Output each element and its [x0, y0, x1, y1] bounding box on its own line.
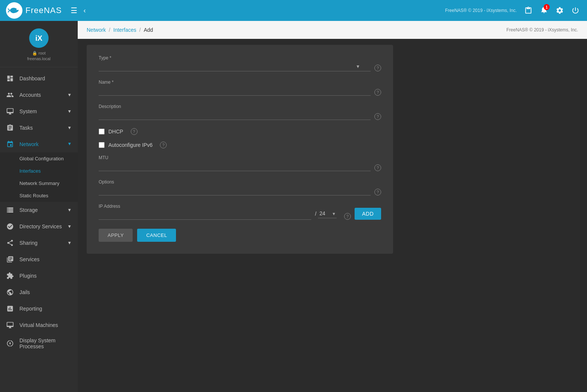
sidebar-item-system[interactable]: System ▼ — [0, 103, 78, 120]
sidebar-item-accounts[interactable]: Accounts ▼ — [0, 87, 78, 103]
directory-arrow: ▼ — [67, 224, 72, 229]
sharing-icon — [6, 239, 14, 247]
vm-icon — [6, 321, 14, 329]
lock-icon-label: 🔒 root — [32, 51, 46, 56]
dhcp-checkbox[interactable] — [99, 129, 105, 135]
sidebar-item-network[interactable]: Network ▲ — [0, 136, 78, 152]
storage-arrow: ▼ — [67, 207, 72, 213]
ip-address-input[interactable] — [99, 210, 311, 220]
sidebar-item-sharing[interactable]: Sharing ▼ — [0, 235, 78, 251]
directory-icon — [6, 222, 14, 231]
sidebar-item-system-label: System — [19, 108, 37, 114]
sidebar-item-dashboard-label: Dashboard — [19, 75, 45, 81]
sidebar-item-storage[interactable]: Storage ▼ — [0, 202, 78, 218]
ip-help-icon[interactable]: ? — [344, 213, 351, 220]
sidebar-subitem-static-routes[interactable]: Static Routes — [0, 189, 78, 202]
network-icon — [6, 140, 14, 148]
sidebar-subitem-interfaces[interactable]: Interfaces — [0, 165, 78, 177]
name-label: Name * — [99, 80, 371, 85]
network-submenu: Global Configuration Interfaces Network … — [0, 152, 78, 202]
name-field: Name * — [99, 80, 371, 96]
content-area: Network / Interfaces / Add FreeNAS® © 20… — [78, 21, 587, 392]
description-label: Description — [99, 104, 371, 109]
user-hostname: freenas.local — [27, 56, 50, 61]
display-icon — [6, 339, 14, 348]
mtu-input[interactable] — [99, 162, 371, 171]
sidebar-item-jails[interactable]: Jails — [0, 284, 78, 300]
options-input[interactable] — [99, 186, 371, 195]
topbar-right: FreeNAS® © 2019 - iXsystems, Inc. 1 — [445, 0, 580, 21]
menu-icon[interactable]: ☰ — [71, 6, 77, 15]
options-help-icon[interactable]: ? — [374, 189, 381, 195]
ip-address-row: IP Address / 24 8 16 32 ▼ — [99, 204, 381, 220]
topbar-left-icons: ☰ ‹ — [71, 6, 86, 15]
clipboard-icon[interactable] — [524, 6, 532, 15]
breadcrumb-sep-1: / — [109, 27, 110, 33]
sidebar-item-reporting[interactable]: Reporting — [0, 300, 78, 317]
sidebar-item-display[interactable]: Display System Processes — [0, 333, 78, 354]
settings-icon[interactable] — [556, 6, 564, 15]
sidebar-item-network-label: Network — [19, 141, 38, 147]
breadcrumb-add: Add — [144, 27, 153, 33]
sidebar-user: iX 🔒 root freenas.local — [0, 21, 78, 67]
sidebar-item-services[interactable]: Services — [0, 251, 78, 268]
copyright-breadcrumb: FreeNAS® © 2019 - iXsystems, Inc. — [506, 27, 578, 33]
mtu-label: MTU — [99, 155, 371, 160]
autoconf-label: Autoconfigure IPv6 — [108, 142, 152, 148]
system-icon — [6, 107, 14, 115]
type-help-icon[interactable]: ? — [374, 65, 381, 71]
tasks-arrow: ▼ — [67, 125, 72, 130]
ip-address-field: IP Address — [99, 204, 311, 220]
add-button[interactable]: ADD — [355, 208, 381, 220]
type-select[interactable]: BRIDGE LAGG VLAN — [99, 62, 371, 71]
cidr-slash: / — [315, 211, 316, 218]
sidebar-item-plugins[interactable]: Plugins — [0, 268, 78, 284]
sidebar-item-directory[interactable]: Directory Services ▼ — [0, 218, 78, 235]
description-row: Description ? — [99, 104, 381, 120]
sidebar-item-services-label: Services — [19, 256, 40, 262]
apply-button[interactable]: APPLY — [99, 229, 133, 242]
plugins-icon — [6, 272, 14, 280]
type-field: Type * BRIDGE LAGG VLAN ▼ — [99, 55, 371, 71]
storage-icon — [6, 206, 14, 214]
power-icon[interactable] — [571, 6, 580, 15]
accounts-icon — [6, 91, 14, 99]
mtu-help-icon[interactable]: ? — [374, 164, 381, 171]
form-wrapper: Type * BRIDGE LAGG VLAN ▼ ? Name — [78, 39, 587, 392]
back-icon[interactable]: ‹ — [83, 7, 86, 15]
cidr-select[interactable]: 24 8 16 32 — [318, 209, 337, 218]
mtu-field: MTU — [99, 155, 371, 171]
type-label: Type * — [99, 55, 371, 61]
breadcrumb: Network / Interfaces / Add FreeNAS® © 20… — [78, 21, 587, 39]
notifications-button[interactable]: 1 — [540, 6, 548, 15]
sidebar-item-vm[interactable]: Virtual Machines — [0, 317, 78, 333]
dhcp-help-icon[interactable]: ? — [131, 128, 138, 135]
sidebar: iX 🔒 root freenas.local Dashboard Accoun… — [0, 21, 78, 392]
sharing-arrow: ▼ — [67, 240, 72, 246]
sidebar-item-vm-label: Virtual Machines — [19, 322, 58, 328]
cidr-wrap: 24 8 16 32 ▼ — [318, 209, 337, 218]
sidebar-subitem-network-summary[interactable]: Network Summary — [0, 177, 78, 189]
sidebar-item-sharing-label: Sharing — [19, 240, 37, 246]
avatar: iX — [29, 28, 49, 48]
autoconf-checkbox[interactable] — [99, 142, 105, 148]
name-input[interactable] — [99, 86, 371, 96]
sidebar-subitem-global-config[interactable]: Global Configuration — [0, 152, 78, 165]
svg-point-1 — [16, 9, 18, 10]
autoconf-help-icon[interactable]: ? — [160, 142, 167, 148]
breadcrumb-interfaces[interactable]: Interfaces — [113, 27, 136, 33]
sidebar-item-tasks[interactable]: Tasks ▼ — [0, 120, 78, 136]
notification-badge: 1 — [544, 4, 550, 10]
sidebar-nav: Dashboard Accounts ▼ System ▼ — [0, 67, 78, 392]
description-field: Description — [99, 104, 371, 120]
description-input[interactable] — [99, 111, 371, 120]
mtu-row: MTU ? — [99, 155, 381, 171]
description-help-icon[interactable]: ? — [374, 113, 381, 120]
sidebar-item-dashboard[interactable]: Dashboard — [0, 70, 78, 87]
autoconf-row: Autoconfigure IPv6 ? — [99, 142, 381, 148]
cancel-button[interactable]: CANCEL — [137, 229, 176, 242]
breadcrumb-network[interactable]: Network — [87, 27, 106, 33]
sidebar-item-plugins-label: Plugins — [19, 273, 37, 279]
logo-text: FreeNAS — [25, 6, 62, 15]
name-help-icon[interactable]: ? — [374, 89, 381, 96]
